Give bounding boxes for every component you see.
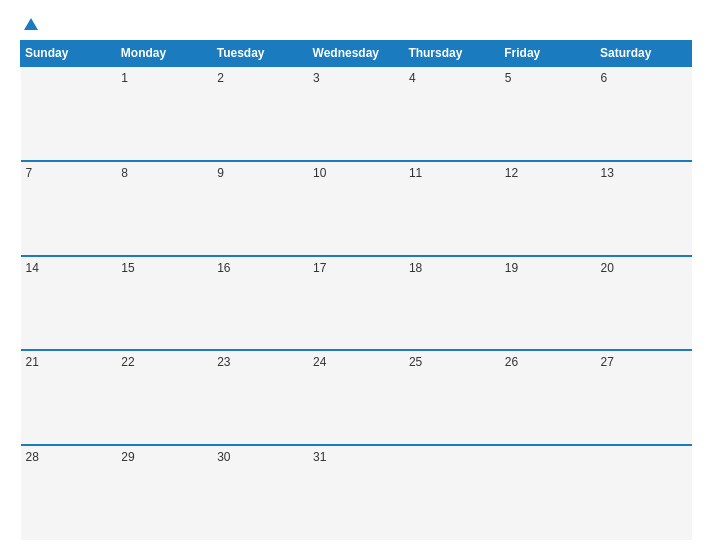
day-number: 30 — [217, 450, 230, 464]
day-number: 11 — [409, 166, 422, 180]
day-number: 21 — [26, 355, 39, 369]
day-number: 5 — [505, 71, 512, 85]
day-number: 7 — [26, 166, 33, 180]
weekday-header-saturday: Saturday — [596, 41, 692, 67]
header — [20, 18, 692, 30]
day-number: 16 — [217, 261, 230, 275]
day-number: 8 — [121, 166, 128, 180]
day-cell-13: 13 — [596, 161, 692, 256]
day-number: 12 — [505, 166, 518, 180]
day-number: 18 — [409, 261, 422, 275]
calendar-page: SundayMondayTuesdayWednesdayThursdayFrid… — [0, 0, 712, 550]
day-cell-17: 17 — [308, 256, 404, 351]
day-number: 29 — [121, 450, 134, 464]
day-number: 4 — [409, 71, 416, 85]
empty-day-cell — [596, 445, 692, 540]
week-row-1: 123456 — [21, 66, 692, 161]
day-cell-31: 31 — [308, 445, 404, 540]
day-cell-15: 15 — [116, 256, 212, 351]
day-number: 22 — [121, 355, 134, 369]
day-cell-5: 5 — [500, 66, 596, 161]
day-number: 3 — [313, 71, 320, 85]
day-number: 23 — [217, 355, 230, 369]
logo-blue-text — [20, 18, 38, 30]
day-cell-4: 4 — [404, 66, 500, 161]
day-number: 1 — [121, 71, 128, 85]
day-cell-19: 19 — [500, 256, 596, 351]
day-cell-8: 8 — [116, 161, 212, 256]
day-number: 19 — [505, 261, 518, 275]
day-cell-23: 23 — [212, 350, 308, 445]
day-number: 17 — [313, 261, 326, 275]
day-cell-27: 27 — [596, 350, 692, 445]
week-row-4: 21222324252627 — [21, 350, 692, 445]
day-cell-7: 7 — [21, 161, 117, 256]
weekday-header-thursday: Thursday — [404, 41, 500, 67]
day-cell-30: 30 — [212, 445, 308, 540]
day-number: 28 — [26, 450, 39, 464]
logo-triangle-icon — [24, 18, 38, 30]
day-number: 10 — [313, 166, 326, 180]
day-cell-3: 3 — [308, 66, 404, 161]
day-cell-28: 28 — [21, 445, 117, 540]
day-cell-16: 16 — [212, 256, 308, 351]
day-number: 24 — [313, 355, 326, 369]
weekday-header-monday: Monday — [116, 41, 212, 67]
empty-day-cell — [500, 445, 596, 540]
day-number: 20 — [601, 261, 614, 275]
day-number: 6 — [601, 71, 608, 85]
day-number: 2 — [217, 71, 224, 85]
day-number: 26 — [505, 355, 518, 369]
calendar-table: SundayMondayTuesdayWednesdayThursdayFrid… — [20, 40, 692, 540]
day-cell-26: 26 — [500, 350, 596, 445]
weekday-header-friday: Friday — [500, 41, 596, 67]
day-cell-18: 18 — [404, 256, 500, 351]
day-number: 13 — [601, 166, 614, 180]
day-number: 14 — [26, 261, 39, 275]
day-number: 9 — [217, 166, 224, 180]
weekday-header-wednesday: Wednesday — [308, 41, 404, 67]
day-cell-22: 22 — [116, 350, 212, 445]
day-cell-2: 2 — [212, 66, 308, 161]
weekday-header-sunday: Sunday — [21, 41, 117, 67]
day-number: 15 — [121, 261, 134, 275]
day-cell-11: 11 — [404, 161, 500, 256]
day-cell-21: 21 — [21, 350, 117, 445]
day-cell-6: 6 — [596, 66, 692, 161]
day-number: 25 — [409, 355, 422, 369]
weekday-header-tuesday: Tuesday — [212, 41, 308, 67]
empty-day-cell — [404, 445, 500, 540]
day-cell-24: 24 — [308, 350, 404, 445]
day-cell-14: 14 — [21, 256, 117, 351]
day-cell-1: 1 — [116, 66, 212, 161]
empty-day-cell — [21, 66, 117, 161]
day-cell-20: 20 — [596, 256, 692, 351]
week-row-5: 28293031 — [21, 445, 692, 540]
day-cell-10: 10 — [308, 161, 404, 256]
day-cell-25: 25 — [404, 350, 500, 445]
day-number: 27 — [601, 355, 614, 369]
day-cell-12: 12 — [500, 161, 596, 256]
week-row-3: 14151617181920 — [21, 256, 692, 351]
day-cell-9: 9 — [212, 161, 308, 256]
day-cell-29: 29 — [116, 445, 212, 540]
week-row-2: 78910111213 — [21, 161, 692, 256]
day-number: 31 — [313, 450, 326, 464]
weekday-header-row: SundayMondayTuesdayWednesdayThursdayFrid… — [21, 41, 692, 67]
logo — [20, 18, 38, 30]
